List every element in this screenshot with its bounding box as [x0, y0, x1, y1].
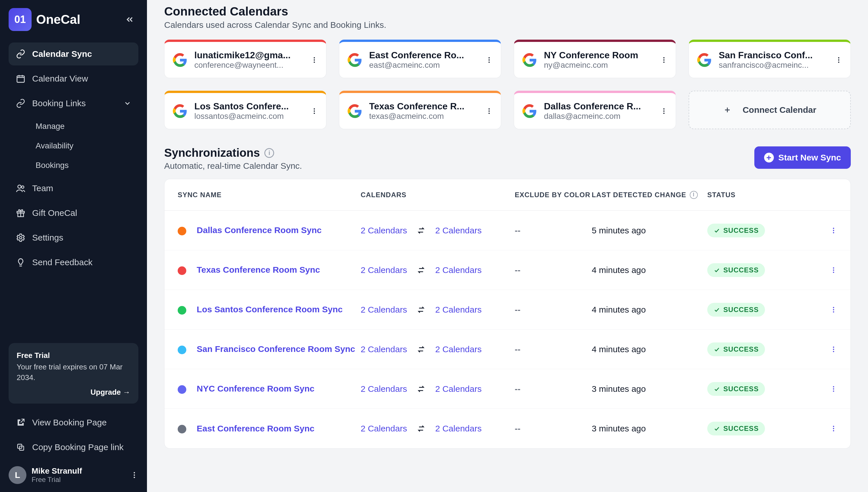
copy-booking-link[interactable]: Copy Booking Page link [8, 436, 138, 459]
sync-name-link[interactable]: Los Santos Conference Room Sync [197, 304, 342, 314]
svg-point-10 [134, 477, 135, 478]
nav-label: Bookings [35, 161, 69, 170]
sidebar-item-feedback[interactable]: Send Feedback [8, 251, 138, 274]
card-more-button[interactable] [311, 107, 318, 115]
start-new-sync-button[interactable]: + Start New Sync [754, 146, 851, 169]
calendars-link[interactable]: 2 Calendars [435, 424, 482, 434]
cell-calendars: 2 Calendars 2 Calendars [361, 265, 515, 275]
card-more-button[interactable] [486, 107, 493, 115]
row-more-button[interactable] [813, 227, 837, 234]
calendar-name: Los Santos Confere... [194, 101, 304, 112]
row-more-button[interactable] [813, 385, 837, 393]
calendars-link[interactable]: 2 Calendars [361, 226, 407, 236]
trial-title: Free Trial [17, 351, 130, 360]
nav-label: Availability [35, 141, 73, 150]
cell-sync-name: NYC Conference Room Sync [178, 384, 361, 394]
sync-name-link[interactable]: San Francisco Conference Room Sync [197, 344, 355, 354]
calendars-link[interactable]: 2 Calendars [435, 384, 482, 394]
info-icon[interactable]: i [264, 148, 274, 158]
connect-calendar-button[interactable]: Connect Calendar [689, 91, 851, 129]
cell-status: SUCCESS [707, 224, 813, 238]
color-dot [178, 227, 186, 236]
google-provider-icon [697, 52, 712, 68]
calendars-link[interactable]: 2 Calendars [361, 305, 407, 315]
external-icon [16, 417, 26, 428]
table-row[interactable]: East Conference Room Sync 2 Calendars 2 … [165, 409, 850, 448]
calendar-name: East Conference Ro... [369, 50, 478, 60]
sidebar-item-calendar-view[interactable]: Calendar View [8, 67, 138, 90]
row-more-button[interactable] [813, 346, 837, 353]
calendar-card[interactable]: San Francisco Conf... sanfrancisco@acmei… [689, 40, 851, 78]
sidebar-item-team[interactable]: Team [8, 177, 138, 200]
cell-last-change: 4 minutes ago [592, 265, 708, 275]
col-calendars: CALENDARS [361, 191, 515, 199]
calendars-link[interactable]: 2 Calendars [435, 305, 482, 315]
calendars-link[interactable]: 2 Calendars [435, 265, 482, 275]
sync-name-link[interactable]: Dallas Conference Room Sync [197, 225, 321, 235]
more-vertical-icon[interactable] [130, 471, 138, 479]
table-row[interactable]: Texas Conference Room Sync 2 Calendars 2… [165, 250, 850, 290]
calendars-link[interactable]: 2 Calendars [361, 344, 407, 354]
calendars-link[interactable]: 2 Calendars [435, 344, 482, 354]
row-more-button[interactable] [813, 425, 837, 432]
sidebar-item-calendar-sync[interactable]: Calendar Sync [8, 43, 138, 66]
card-more-button[interactable] [486, 56, 493, 64]
svg-point-27 [489, 110, 490, 112]
view-booking-page-link[interactable]: View Booking Page [8, 411, 138, 434]
calendar-card[interactable]: Los Santos Confere... lossantos@acmeinc.… [164, 91, 326, 129]
sync-name-link[interactable]: NYC Conference Room Sync [197, 384, 314, 393]
cell-status: SUCCESS [707, 422, 813, 436]
calendar-card[interactable]: Texas Conference R... texas@acmeinc.com [339, 91, 501, 129]
sidebar-item-booking-links[interactable]: Booking Links [8, 92, 138, 115]
svg-point-16 [489, 62, 490, 63]
calendar-card[interactable]: East Conference Ro... east@acmeinc.com [339, 40, 501, 78]
calendar-card[interactable]: lunaticmike12@gma... conference@wayneent… [164, 40, 326, 78]
svg-point-19 [663, 62, 665, 63]
card-more-button[interactable] [660, 107, 668, 115]
sidebar-collapse-button[interactable] [121, 11, 138, 28]
row-more-button[interactable] [813, 266, 837, 274]
calendars-link[interactable]: 2 Calendars [361, 424, 407, 434]
cell-status: SUCCESS [707, 382, 813, 396]
calendar-card[interactable]: NY Conference Room ny@acmeinc.com [514, 40, 676, 78]
calendar-email: conference@wayneent... [194, 60, 304, 70]
sync-title-text: Synchronizations [164, 146, 260, 159]
sidebar-item-bookings[interactable]: Bookings [29, 155, 138, 175]
table-row[interactable]: Los Santos Conference Room Sync 2 Calend… [165, 290, 850, 329]
brand-logo[interactable]: 01 OneCal [8, 8, 80, 31]
info-icon[interactable]: i [690, 191, 698, 199]
card-more-button[interactable] [660, 56, 668, 64]
svg-point-40 [833, 311, 834, 312]
svg-point-26 [489, 108, 490, 109]
sync-name-link[interactable]: East Conference Room Sync [197, 424, 314, 433]
google-provider-icon [347, 104, 362, 119]
calendars-link[interactable]: 2 Calendars [361, 384, 407, 394]
sidebar-item-settings[interactable]: Settings [8, 226, 138, 249]
sidebar-item-availability[interactable]: Availability [29, 136, 138, 155]
nav-label: Calendar Sync [32, 49, 92, 59]
calendars-link[interactable]: 2 Calendars [435, 226, 482, 236]
svg-point-46 [833, 390, 834, 392]
color-dot [178, 346, 186, 354]
sidebar-item-manage[interactable]: Manage [29, 117, 138, 136]
calendars-link[interactable]: 2 Calendars [361, 265, 407, 275]
table-row[interactable]: San Francisco Conference Room Sync 2 Cal… [165, 329, 850, 369]
sidebar-item-gift[interactable]: Gift OneCal [8, 201, 138, 224]
card-more-button[interactable] [835, 56, 842, 64]
calendar-card[interactable]: Dallas Conference R... dallas@acmeinc.co… [514, 91, 676, 129]
plus-circle-icon: + [764, 153, 774, 163]
user-menu[interactable]: L Mike Stranulf Free Trial [8, 466, 138, 484]
color-dot [178, 266, 186, 275]
row-more-button[interactable] [813, 306, 837, 314]
svg-point-47 [833, 426, 834, 427]
color-dot [178, 425, 186, 434]
upgrade-link[interactable]: Upgrade → [17, 388, 130, 397]
swap-icon [416, 344, 426, 354]
table-row[interactable]: Dallas Conference Room Sync 2 Calendars … [165, 211, 850, 250]
sync-name-link[interactable]: Texas Conference Room Sync [197, 265, 320, 274]
trial-box: Free Trial Your free trial expires on 07… [8, 343, 138, 403]
card-more-button[interactable] [311, 56, 318, 64]
table-row[interactable]: NYC Conference Room Sync 2 Calendars 2 C… [165, 369, 850, 409]
cell-status: SUCCESS [707, 303, 813, 317]
cell-status: SUCCESS [707, 263, 813, 277]
